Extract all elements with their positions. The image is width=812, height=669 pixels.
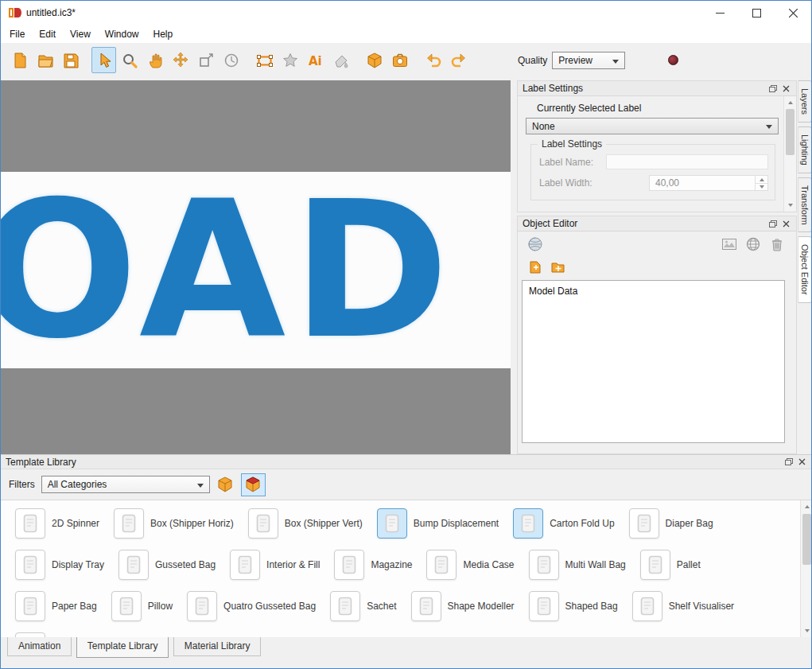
- close-panel-icon[interactable]: [795, 456, 808, 468]
- favorites-button[interactable]: [278, 47, 302, 73]
- dock-tab[interactable]: Transform: [798, 177, 812, 233]
- template-thumbnail[interactable]: [529, 591, 559, 621]
- menu-item[interactable]: View: [63, 26, 98, 42]
- template-thumbnail[interactable]: [15, 591, 45, 621]
- template-item[interactable]: Diaper Bag: [629, 508, 713, 539]
- template-thumbnail[interactable]: [632, 591, 662, 621]
- float-panel-icon[interactable]: [783, 456, 795, 468]
- object-editor-list-item[interactable]: Model Data: [529, 286, 778, 297]
- scroll-down-icon[interactable]: [784, 200, 796, 212]
- web-icon[interactable]: [744, 235, 763, 254]
- template-thumbnail[interactable]: [187, 591, 217, 621]
- template-item[interactable]: Sachet: [330, 591, 396, 621]
- scroll-thumb[interactable]: [786, 109, 795, 155]
- template-thumbnail[interactable]: [15, 508, 45, 539]
- delete-icon[interactable]: [767, 235, 787, 254]
- template-item[interactable]: Media Case: [426, 550, 514, 580]
- template-thumbnail[interactable]: [15, 550, 45, 580]
- emboss-tool-button[interactable]: [328, 47, 353, 73]
- category-filter-dropdown[interactable]: All Categories: [41, 476, 210, 493]
- template-scrollbar[interactable]: [800, 500, 812, 637]
- zoom-tool-button[interactable]: [117, 47, 142, 73]
- spin-up-button[interactable]: [756, 176, 767, 183]
- close-panel-icon[interactable]: [779, 83, 792, 95]
- spin-down-button[interactable]: [756, 183, 767, 191]
- redo-button[interactable]: [446, 47, 471, 73]
- template-thumbnail[interactable]: [230, 550, 260, 580]
- float-panel-icon[interactable]: [767, 218, 779, 230]
- template-item[interactable]: Paper Bag: [15, 591, 97, 621]
- dock-tab[interactable]: Object Editor: [798, 236, 812, 303]
- scroll-up-icon[interactable]: [784, 96, 796, 108]
- menu-item[interactable]: Edit: [32, 26, 63, 42]
- maximize-button[interactable]: [738, 1, 775, 25]
- template-item[interactable]: Shape Modeller: [411, 591, 515, 621]
- close-panel-icon[interactable]: [779, 218, 792, 230]
- template-thumbnail[interactable]: [529, 550, 559, 580]
- bottom-tab[interactable]: Animation: [7, 637, 72, 656]
- template-item[interactable]: Bump Displacement: [377, 508, 499, 539]
- scroll-thumb[interactable]: [802, 514, 811, 565]
- new-document-button[interactable]: [7, 47, 32, 73]
- viewport-3d[interactable]: OAD: [1, 80, 511, 454]
- history-tool-button[interactable]: [219, 47, 243, 73]
- texture-icon[interactable]: [526, 235, 545, 254]
- label-width-spinner[interactable]: 40,00: [649, 175, 768, 191]
- label-marquee-tool-button[interactable]: [252, 47, 277, 73]
- pan-tool-button[interactable]: [142, 47, 167, 73]
- template-item[interactable]: Pallet: [640, 550, 701, 580]
- template-thumbnail[interactable]: [377, 508, 407, 539]
- move-tool-button[interactable]: [168, 47, 192, 73]
- ai-import-button[interactable]: Ai: [303, 47, 328, 73]
- template-thumbnail[interactable]: [118, 550, 149, 580]
- select-tool-button[interactable]: [91, 47, 116, 73]
- template-thumbnail[interactable]: [629, 508, 659, 539]
- snapshot-button[interactable]: [387, 47, 412, 73]
- label-settings-scrollbar[interactable]: [783, 96, 796, 212]
- template-item[interactable]: Carton Fold Up: [513, 508, 614, 539]
- template-thumbnail[interactable]: [114, 508, 144, 539]
- save-button[interactable]: [58, 47, 83, 73]
- undo-button[interactable]: [421, 47, 445, 73]
- minimize-button[interactable]: [701, 1, 738, 25]
- show-models-icon[interactable]: [241, 473, 266, 496]
- menu-item[interactable]: Window: [98, 26, 146, 42]
- template-item[interactable]: Gusseted Bag: [118, 550, 216, 580]
- add-folder-icon[interactable]: [548, 258, 567, 277]
- scroll-up-icon[interactable]: [801, 500, 812, 512]
- template-thumbnail[interactable]: [513, 508, 543, 539]
- dock-tab[interactable]: Layers: [798, 80, 812, 123]
- bottom-tab[interactable]: Template Library: [76, 637, 169, 658]
- open-file-button[interactable]: [33, 47, 57, 73]
- template-item[interactable]: Box (Shipper Horiz): [114, 508, 234, 539]
- template-thumbnail[interactable]: [111, 591, 142, 621]
- template-thumbnail[interactable]: [334, 550, 364, 580]
- label-name-input[interactable]: [606, 154, 768, 169]
- template-thumbnail[interactable]: [426, 550, 457, 580]
- object-editor-list[interactable]: Model Data: [522, 280, 785, 443]
- template-thumbnail[interactable]: [640, 550, 670, 580]
- add-model-icon[interactable]: [526, 258, 545, 277]
- template-thumbnail[interactable]: [248, 508, 278, 539]
- image-icon[interactable]: [720, 235, 739, 254]
- template-item[interactable]: Multi Wall Bag: [529, 550, 626, 580]
- template-item[interactable]: Magazine: [334, 550, 412, 580]
- selected-label-dropdown[interactable]: None: [526, 118, 779, 134]
- template-item[interactable]: Shaped Bag: [529, 591, 618, 621]
- template-item[interactable]: Shelf Visualiser: [632, 591, 735, 621]
- template-item[interactable]: Interior & Fill: [230, 550, 320, 580]
- record-indicator[interactable]: [668, 55, 678, 65]
- template-item[interactable]: 2D Spinner: [15, 508, 99, 539]
- template-item[interactable]: Box (Shipper Vert): [248, 508, 363, 539]
- template-thumbnail[interactable]: [411, 591, 441, 621]
- template-item[interactable]: Quatro Gusseted Bag: [187, 591, 316, 621]
- template-item[interactable]: Pillow: [111, 591, 173, 621]
- bottom-tab[interactable]: Material Library: [173, 637, 262, 656]
- menu-item[interactable]: Help: [146, 26, 181, 42]
- template-thumbnail[interactable]: [330, 591, 360, 621]
- menu-item[interactable]: File: [2, 26, 32, 42]
- dock-tab[interactable]: Lighting: [798, 126, 812, 173]
- show-templates-icon[interactable]: [213, 473, 238, 496]
- package-button[interactable]: [362, 47, 387, 73]
- float-panel-icon[interactable]: [767, 83, 779, 95]
